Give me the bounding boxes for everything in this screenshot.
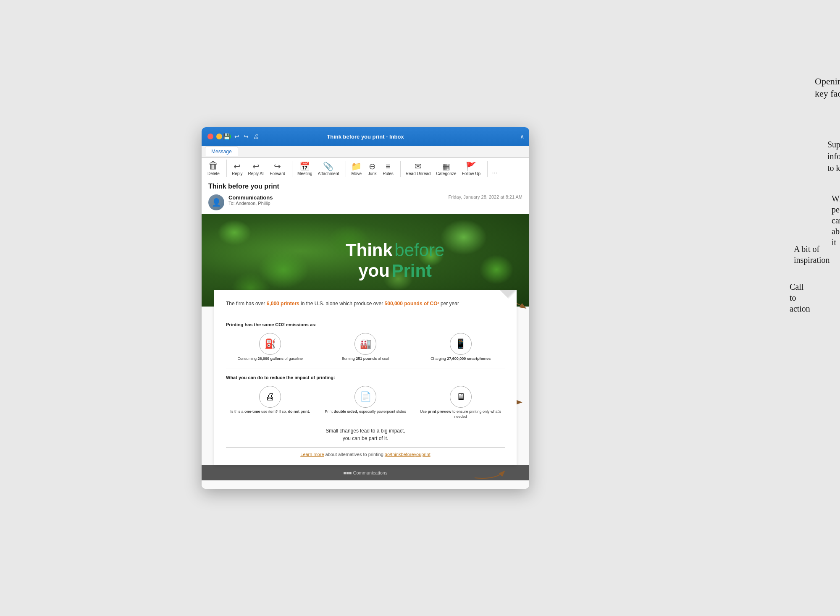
follow-up-label: Follow Up [462, 171, 480, 176]
more-options-icon[interactable]: ··· [492, 169, 497, 177]
forward-icon: ↪ [274, 162, 281, 170]
action-item-double-sided: 📄 Print double sided, especially powerpo… [321, 386, 410, 419]
recipient-name: Anderson, Phillip [236, 201, 270, 206]
message-tab[interactable]: Message [205, 147, 238, 156]
categorize-button[interactable]: ▦ Categorize [433, 161, 459, 177]
close-button[interactable] [207, 134, 213, 139]
content-card: The firm has over 6,000 printers in the … [214, 290, 517, 465]
co2-item-coal: 🏭 Burning 251 pounds of coal [321, 333, 410, 362]
ribbon-group-reply: ↩ Reply ↩ Reply All ↪ Forward [229, 161, 292, 177]
ribbon-group-read: ✉ Read Unread ▦ Categorize 🚩 Follow Up [403, 161, 488, 177]
sender-avatar: 👤 [208, 194, 224, 210]
reply-label: Reply [232, 171, 243, 176]
read-unread-button[interactable]: ✉ Read Unread [403, 161, 433, 177]
minimize-button[interactable] [216, 134, 222, 139]
read-unread-icon: ✉ [415, 162, 422, 170]
hero-print: Print [391, 260, 432, 280]
co2-section-title: Printing has the same CO2 emissions as: [226, 322, 505, 327]
email-date: Friday, January 28, 2022 at 8:21 AM [448, 194, 522, 199]
gasoline-label: Consuming 26,000 gallons of gasoline [238, 356, 303, 362]
sender-name: Communications [228, 194, 444, 201]
attachment-icon: 📎 [323, 162, 333, 170]
delete-label: Delete [207, 171, 220, 176]
hero-think: Think [346, 240, 393, 260]
reply-icon: ↩ [234, 162, 241, 170]
recipient-info: To: Anderson, Phillip [228, 201, 444, 206]
action-item-print-preview: 🖥 Use print preview to ensure printing o… [416, 386, 505, 419]
meeting-icon: 📅 [299, 162, 310, 170]
divider-1 [226, 316, 505, 316]
attachment-button[interactable]: 📎 Attachment [315, 161, 342, 177]
delete-icon: 🗑 [208, 160, 218, 170]
ribbon-toolbar: 🗑 Delete ↩ Reply ↩ Reply All ↪ [202, 157, 529, 178]
attachment-label: Attachment [318, 171, 339, 176]
ribbon-tab-bar: Message [202, 146, 529, 157]
ribbon-group-delete: 🗑 Delete [205, 160, 227, 177]
delete-button[interactable]: 🗑 Delete [205, 160, 222, 177]
email-subject: Think before you print [208, 183, 522, 190]
divider-2 [226, 369, 505, 369]
forward-label: Forward [270, 171, 285, 176]
title-bar: 💾 ↩ ↪ 🖨 Think before you print - Inbox ∧ [202, 127, 529, 146]
rules-label: Rules [383, 171, 394, 176]
email-body: Think before you Print The [202, 214, 529, 488]
reply-button[interactable]: ↩ Reply [229, 161, 245, 177]
cta-link[interactable]: Learn more [300, 452, 324, 457]
meeting-button[interactable]: 📅 Meeting [295, 161, 315, 177]
cta-url[interactable]: go/thinkbeforeyouprint [385, 452, 430, 457]
rules-icon: ≡ [386, 162, 391, 170]
categorize-label: Categorize [436, 171, 456, 176]
printer-count: 6,000 printers [267, 301, 299, 307]
action-item-one-time: 🖨 Is this a one-time use item? If so, do… [226, 386, 315, 419]
move-icon: 📁 [351, 162, 362, 170]
one-time-icon: 🖨 [259, 386, 281, 408]
window-title: Think before you print - Inbox [327, 134, 404, 140]
print-icon[interactable]: 🖨 [252, 133, 260, 140]
ribbon-group-move: 📁 Move ⊖ Junk ≡ Rules [349, 161, 401, 177]
email-window: 💾 ↩ ↪ 🖨 Think before you print - Inbox ∧… [202, 127, 529, 488]
email-footer: ■■■ Communications [202, 465, 529, 480]
hero-you: you [358, 260, 390, 280]
double-sided-icon: 📄 [354, 386, 376, 408]
email-header: Think before you print 👤 Communications … [202, 178, 529, 214]
undo-icon[interactable]: ↩ [233, 133, 241, 140]
junk-icon: ⊖ [369, 162, 376, 170]
reply-all-label: Reply All [248, 171, 264, 176]
footer-logo: ■■■ Communications [344, 470, 388, 475]
smartphones-icon: 📱 [450, 333, 472, 355]
move-button[interactable]: 📁 Move [349, 161, 364, 177]
junk-label: Junk [368, 171, 377, 176]
hero-text: Think before you Print [346, 240, 445, 281]
meeting-label: Meeting [297, 171, 312, 176]
window-chevron-icon[interactable]: ∧ [520, 133, 524, 140]
one-time-label: Is this a one-time use item? If so, do n… [231, 409, 310, 414]
smartphones-label: Charging 27,600,000 smartphones [430, 356, 491, 362]
redo-icon[interactable]: ↪ [242, 133, 250, 140]
reply-all-button[interactable]: ↩ Reply All [245, 161, 267, 177]
save-icon[interactable]: 💾 [222, 133, 231, 140]
follow-up-button[interactable]: 🚩 Follow Up [459, 161, 483, 177]
gasoline-icon: ⛽ [259, 333, 281, 355]
reply-all-icon: ↩ [252, 162, 260, 170]
co2-icons-row: ⛽ Consuming 26,000 gallons of gasoline 🏭… [226, 333, 505, 362]
junk-button[interactable]: ⊖ Junk [365, 161, 380, 177]
key-fact-text: The firm has over 6,000 printers in the … [226, 300, 505, 308]
rules-button[interactable]: ≡ Rules [380, 161, 396, 177]
coal-icon: 🏭 [354, 333, 376, 355]
cta-text: about alternatives to printing [326, 452, 385, 457]
title-bar-controls: 💾 ↩ ↪ 🖨 [222, 133, 260, 140]
coal-label: Burning 251 pounds of coal [342, 356, 389, 362]
hero-before: before [394, 240, 444, 260]
ribbon-group-meeting: 📅 Meeting 📎 Attachment [295, 161, 346, 177]
email-from-info: Communications To: Anderson, Phillip [228, 194, 444, 206]
print-preview-label: Use print preview to ensure printing onl… [416, 409, 505, 419]
email-meta: 👤 Communications To: Anderson, Phillip F… [208, 194, 522, 210]
double-sided-label: Print double sided, especially powerpoin… [325, 409, 406, 414]
actions-section-title: What you can do to reduce the impact of … [226, 375, 505, 380]
forward-button[interactable]: ↪ Forward [267, 161, 288, 177]
co2-amount: 500,000 pounds of CO² [385, 301, 439, 307]
inspiration-text: Small changes lead to a big impact,you c… [226, 427, 505, 442]
read-unread-label: Read Unread [406, 171, 430, 176]
co2-item-smartphones: 📱 Charging 27,600,000 smartphones [416, 333, 505, 362]
categorize-icon: ▦ [442, 162, 450, 170]
